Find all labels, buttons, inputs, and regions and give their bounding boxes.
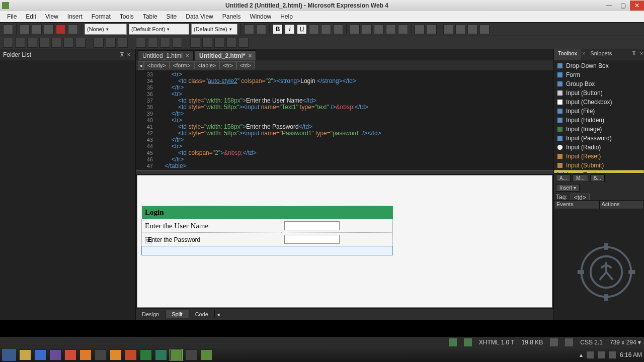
tray-chevron-icon[interactable]: ▴ <box>580 351 583 358</box>
style-combo[interactable]: (None) <box>85 24 127 35</box>
save-button[interactable] <box>32 24 42 34</box>
pin-icon[interactable]: ⊼ <box>118 51 125 58</box>
tb2-btn-6[interactable] <box>63 38 73 48</box>
tool-input-checkbox[interactable]: Input (Checkbox) <box>554 98 644 107</box>
tool-group-box[interactable]: Group Box <box>554 79 644 88</box>
close-icon[interactable]: × <box>248 52 252 59</box>
view-scroll[interactable]: ◂ <box>215 310 553 319</box>
close-icon[interactable]: × <box>186 52 189 59</box>
font-color-button[interactable] <box>427 24 437 34</box>
status-icon-1[interactable] <box>449 338 457 346</box>
tagprop-tab-m[interactable]: M... <box>573 174 588 182</box>
open-button[interactable] <box>20 24 30 34</box>
password-label-cell[interactable]: tdEnter the Password <box>142 233 281 246</box>
status-dims[interactable]: 739 x 294 ▾ <box>610 339 641 346</box>
tray-icon-1[interactable] <box>587 351 594 358</box>
tb2-btn-13[interactable] <box>160 38 170 48</box>
login-header-cell[interactable]: Login <box>142 206 393 219</box>
system-tray[interactable]: ▴ 6:16 AM <box>580 351 642 358</box>
menu-window[interactable]: Window <box>246 12 275 21</box>
powerpoint-icon[interactable] <box>125 349 137 360</box>
borders-button[interactable] <box>398 24 408 34</box>
volume-icon[interactable] <box>609 351 616 358</box>
status-icon-3[interactable] <box>550 338 558 346</box>
vlc-icon[interactable] <box>79 349 92 360</box>
save-all-button[interactable] <box>44 24 54 34</box>
menu-table[interactable]: Table <box>139 12 162 21</box>
tool-input-submit[interactable]: Input (Submit) <box>554 161 644 170</box>
tool-input-hidden[interactable]: Input (Hidden) <box>554 116 644 125</box>
crumb-tr[interactable]: <tr> <box>219 61 236 69</box>
minimize-button[interactable]: — <box>602 1 616 11</box>
taskbar-icon-6[interactable] <box>95 349 107 360</box>
username-label-cell[interactable]: Enter the User Name <box>142 219 281 233</box>
editing-cell[interactable] <box>142 246 393 255</box>
tool-input-radio[interactable]: Input (Radio) <box>554 143 644 152</box>
ie-icon[interactable] <box>34 349 46 360</box>
align-right-button[interactable] <box>333 24 343 34</box>
events-col[interactable]: Events <box>554 200 599 209</box>
menu-format[interactable]: Format <box>88 12 115 21</box>
font-combo[interactable]: (Default Font) <box>129 24 189 35</box>
status-doctype[interactable]: XHTML 1.0 T <box>479 339 515 346</box>
redo-button[interactable] <box>256 24 266 34</box>
tool-input-button[interactable]: Input (Button) <box>554 88 644 98</box>
insert-picture-button[interactable] <box>467 24 477 34</box>
tb2-btn-5[interactable] <box>51 38 61 48</box>
highlight-button[interactable] <box>415 24 425 34</box>
insert-button[interactable]: Insert ▾ <box>556 184 580 192</box>
tool-input-password[interactable]: Input (Password) <box>554 134 644 143</box>
tb2-btn-14[interactable] <box>172 38 182 48</box>
pin-icon[interactable]: ⊼ <box>628 49 636 60</box>
align-center-button[interactable] <box>321 24 331 34</box>
status-css[interactable]: CSS 2.1 <box>580 339 603 346</box>
vs-icon[interactable] <box>49 349 61 360</box>
tool-input-image[interactable]: Input (Image) <box>554 125 644 134</box>
publisher-icon[interactable] <box>155 349 167 360</box>
tb2-btn-12[interactable] <box>148 38 158 48</box>
tray-icon-2[interactable] <box>598 351 605 358</box>
tb2-btn-11[interactable] <box>136 38 146 48</box>
italic-button[interactable]: I <box>285 24 295 34</box>
tb2-btn-8[interactable] <box>94 38 104 48</box>
bullets-button[interactable] <box>350 24 360 34</box>
align-left-button[interactable] <box>309 24 319 34</box>
tb2-btn-3[interactable] <box>27 38 37 48</box>
tool-input-reset[interactable]: Input (Reset) <box>554 152 644 161</box>
tab-untitled-2[interactable]: Untitled_2.html*× <box>195 50 256 60</box>
explorer-icon[interactable] <box>19 349 31 360</box>
tb2-btn-17[interactable] <box>214 38 224 48</box>
tb2-btn-16[interactable] <box>202 38 212 48</box>
crumb-td[interactable]: <td> <box>236 61 255 69</box>
taskbar-icon-7[interactable] <box>110 349 122 360</box>
username-input[interactable] <box>284 221 340 230</box>
taskbar-icon-13[interactable] <box>200 349 212 360</box>
superpreview-button[interactable] <box>56 24 66 34</box>
menu-tools[interactable]: Tools <box>116 12 138 21</box>
menu-insert[interactable]: Insert <box>63 12 87 21</box>
insert-layer-button[interactable] <box>455 24 465 34</box>
panel-close-icon[interactable]: × <box>125 51 132 58</box>
status-icon-4[interactable] <box>565 338 573 346</box>
menu-data-view[interactable]: Data View <box>182 12 217 21</box>
tagprop-tab-a[interactable]: A... <box>556 174 571 182</box>
tb2-btn-4[interactable] <box>39 38 49 48</box>
tb2-btn-1[interactable] <box>3 38 13 48</box>
expression-web-icon[interactable] <box>170 349 182 360</box>
view-code[interactable]: Code <box>189 310 215 318</box>
tool-dropdown-box[interactable]: Drop-Down Box <box>554 61 644 70</box>
status-icon-2[interactable] <box>464 338 472 346</box>
panel-close-icon[interactable]: × <box>636 49 644 60</box>
tb2-btn-18[interactable] <box>226 38 236 48</box>
username-input-cell[interactable] <box>281 219 393 233</box>
tb2-btn-7[interactable] <box>75 38 86 48</box>
splitter[interactable] <box>136 171 553 174</box>
tool-input-text[interactable]: Input (Text)↖ <box>554 170 644 173</box>
menu-edit[interactable]: Edit <box>22 12 40 21</box>
menu-file[interactable]: File <box>3 12 21 21</box>
tb2-btn-9[interactable] <box>106 38 116 48</box>
tool-form[interactable]: Form <box>554 70 644 79</box>
view-split[interactable]: Split <box>166 310 189 318</box>
login-table[interactable]: Login Enter the User Name tdEnter the Pa… <box>141 206 393 255</box>
menu-view[interactable]: View <box>41 12 62 21</box>
